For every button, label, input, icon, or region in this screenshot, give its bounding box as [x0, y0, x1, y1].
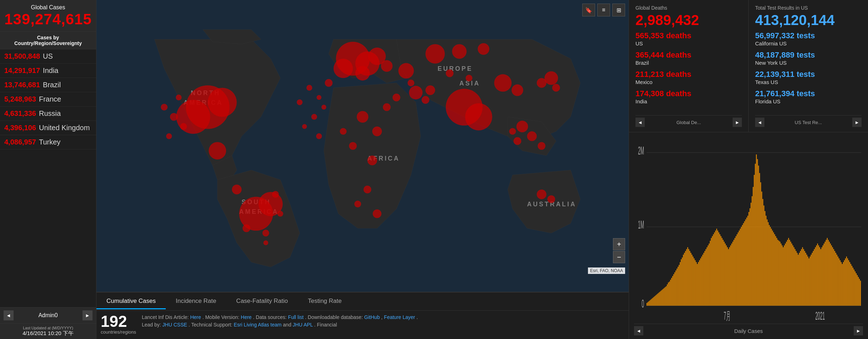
deaths-entries: 565,353 deathsUS365,444 deathsBrazil211,…	[635, 31, 742, 108]
svg-point-72	[278, 211, 283, 217]
list-item[interactable]: 14,291,917India	[0, 64, 96, 78]
deaths-panel-nav: ◄ Global De... ►	[635, 115, 742, 127]
svg-rect-93	[658, 293, 659, 306]
svg-point-71	[272, 191, 279, 198]
svg-rect-106	[672, 276, 673, 306]
list-item[interactable]: 31,500,848US	[0, 49, 96, 64]
info-text-comma: ,	[381, 314, 384, 320]
svg-point-58	[311, 114, 317, 120]
list-item[interactable]: 4,631,336Russia	[0, 107, 96, 121]
svg-rect-180	[752, 196, 753, 306]
svg-rect-116	[683, 255, 684, 306]
tests-prev-button[interactable]: ◄	[755, 118, 764, 127]
svg-rect-118	[685, 251, 686, 306]
svg-rect-253	[830, 244, 831, 306]
svg-point-44	[514, 137, 522, 145]
svg-point-47	[544, 71, 558, 85]
tab-incidence-rate[interactable]: Incidence Rate	[166, 294, 226, 309]
svg-rect-133	[701, 256, 702, 306]
svg-rect-280	[859, 279, 860, 306]
stat-label: Texas US	[755, 79, 778, 85]
list-item[interactable]: 4,396,106United Kingdom	[0, 121, 96, 135]
stat-label: US	[635, 40, 643, 46]
map-info-bar: 192 countries/regions Lancet Inf Dis Art…	[96, 310, 629, 339]
zoom-out-button[interactable]: −	[613, 251, 625, 263]
info-text-sources: . Data sources:	[253, 314, 288, 320]
info-link-esri[interactable]: Esri Living Atlas team	[234, 322, 281, 328]
svg-point-59	[302, 124, 307, 129]
svg-point-14	[334, 59, 353, 78]
tests-panel-title: Total Test Results in US	[755, 5, 862, 11]
tests-next-button[interactable]: ►	[852, 118, 862, 127]
chart-nav: ◄ Daily Cases ►	[634, 324, 863, 335]
info-link-github[interactable]: GitHub	[364, 314, 380, 320]
info-text: Lancet Inf Dis Article: Here . Mobile Ve…	[142, 314, 624, 329]
list-button[interactable]: ≡	[597, 4, 610, 16]
list-item[interactable]: 5,248,963France	[0, 92, 96, 107]
info-link-jhu[interactable]: JHU CSSE	[163, 322, 187, 328]
country-name: Turkey	[39, 138, 60, 146]
svg-rect-126	[694, 259, 694, 306]
svg-point-29	[368, 156, 377, 165]
svg-point-31	[340, 128, 346, 135]
info-link-full[interactable]: Full list	[288, 314, 304, 320]
svg-rect-216	[790, 242, 791, 306]
stat-entry: 22,139,311 testsTexas US	[755, 70, 862, 85]
svg-rect-95	[660, 291, 661, 306]
chart-prev-button[interactable]: ◄	[634, 326, 643, 335]
svg-point-40	[478, 43, 489, 55]
admin-prev-button[interactable]: ◄	[4, 310, 14, 320]
list-item[interactable]: 4,086,957Turkey	[0, 135, 96, 149]
svg-rect-110	[677, 269, 677, 306]
stat-label: Mexico	[635, 79, 653, 85]
deaths-prev-button[interactable]: ◄	[635, 118, 645, 127]
info-link-feature[interactable]: Feature Layer	[384, 314, 415, 320]
bookmark-button[interactable]: 🔖	[582, 4, 595, 16]
tab-cumulative-cases[interactable]: Cumulative Cases	[96, 294, 166, 309]
tests-nav-label: US Test Re...	[795, 120, 822, 125]
daily-cases-chart: 2M 1M 0 7月 2021	[634, 136, 863, 321]
map-area[interactable]: 🔖 ≡ ⊞	[96, 0, 629, 292]
info-text-lancet: Lancet Inf Dis Article:	[142, 314, 190, 320]
svg-rect-151	[720, 236, 721, 306]
info-link-mobile[interactable]: Here	[241, 314, 251, 320]
tab-case-fatality-ratio[interactable]: Case-Fatality Ratio	[226, 294, 298, 309]
tab-testing-rate[interactable]: Testing Rate	[298, 294, 352, 309]
svg-rect-141	[710, 241, 710, 306]
svg-rect-235	[811, 255, 812, 306]
svg-rect-234	[810, 256, 810, 306]
info-link-jhuapi[interactable]: JHU APL	[293, 322, 313, 328]
svg-rect-257	[834, 251, 835, 306]
country-name: India	[43, 67, 58, 75]
svg-rect-251	[828, 240, 829, 306]
info-text-db: . Downloadable database:	[305, 314, 364, 320]
svg-rect-158	[728, 249, 729, 306]
svg-rect-82	[647, 303, 647, 306]
svg-point-24	[263, 230, 269, 236]
svg-rect-270	[848, 260, 849, 306]
svg-rect-268	[846, 256, 847, 306]
admin-next-button[interactable]: ►	[83, 310, 93, 320]
info-text-mobile: . Mobile Version:	[203, 314, 241, 320]
list-item[interactable]: 13,746,681Brazil	[0, 78, 96, 92]
svg-rect-266	[844, 260, 845, 306]
svg-rect-229	[804, 251, 805, 306]
info-link-here[interactable]: Here	[190, 314, 201, 320]
stat-value: 48,187,889 tests	[755, 50, 815, 59]
svg-point-30	[383, 103, 391, 111]
svg-rect-272	[850, 264, 851, 306]
deaths-next-button[interactable]: ►	[733, 118, 742, 127]
svg-rect-161	[731, 244, 732, 306]
zoom-in-button[interactable]: +	[613, 238, 625, 250]
svg-rect-147	[716, 229, 717, 306]
svg-rect-211	[785, 244, 786, 306]
chart-next-button[interactable]: ►	[854, 326, 863, 335]
svg-rect-243	[819, 247, 820, 305]
svg-rect-263	[841, 262, 842, 306]
last-updated-box: Last Updated at (M/D/YYYY) 4/16/2021 10:…	[0, 324, 96, 339]
stat-value: 565,353 deaths	[635, 31, 692, 40]
svg-point-55	[316, 95, 321, 100]
grid-button[interactable]: ⊞	[612, 4, 625, 16]
countries-number: 192	[101, 314, 127, 329]
svg-point-23	[243, 224, 250, 232]
